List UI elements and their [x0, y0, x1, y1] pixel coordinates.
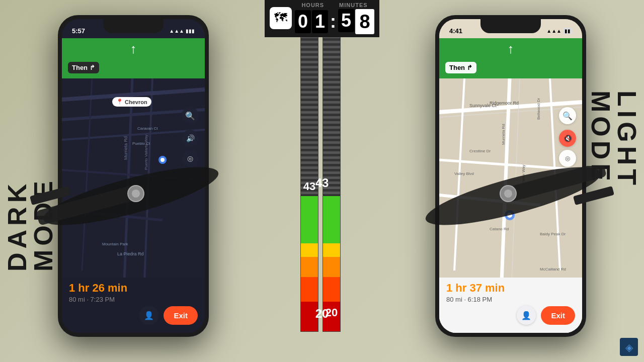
- then-arrow-right: ↱: [467, 64, 472, 71]
- dark-map: Murrieta Rd Puerto Vallarta Way Caravan …: [62, 19, 205, 333]
- location-pin-left: 📍 Chevron: [112, 97, 151, 107]
- meter-empty-right: [323, 31, 340, 196]
- details-left: 80 mi · 7:23 PM: [69, 296, 198, 303]
- hours-label: HOURS: [301, 2, 324, 8]
- location-btn-left[interactable]: ◎: [182, 150, 199, 167]
- svg-text:McCailland Rd: McCailland Rd: [540, 267, 566, 272]
- nav-bottom-left: 1 hr 26 min 80 mi · 7:23 PM 👤 Exit: [62, 278, 205, 333]
- search-btn-left[interactable]: 🔍: [182, 107, 199, 124]
- eta-left: 1 hr 26 min: [69, 282, 198, 295]
- svg-text:Crestline Dr: Crestline Dr: [469, 149, 491, 153]
- hours-group: 0 1: [295, 10, 328, 33]
- maps-icon: 🗺: [270, 7, 292, 29]
- svg-text:Catano Rd: Catano Rd: [490, 227, 509, 231]
- light-map: Sunnyvale Ct Ridgemoor Rd Murrieta Rd Be…: [439, 19, 582, 333]
- svg-text:Ridgemoor Rd: Ridgemoor Rd: [490, 101, 519, 106]
- minutes-group: 5 8: [338, 9, 374, 34]
- timer-digits: 0 1 : 5 8: [295, 9, 374, 34]
- eta-right: 1 hr 37 min: [446, 282, 575, 295]
- min-digit-2: 8: [355, 9, 374, 34]
- then-arrow-left: ↱: [90, 64, 95, 71]
- status-icons-left: ▲▲▲ ▮▮▮: [169, 28, 195, 34]
- sound-btn-left[interactable]: 🔊: [182, 130, 199, 147]
- svg-text:Murrieta Rd: Murrieta Rd: [501, 124, 506, 145]
- nav-header-left: ↑ Then ↱: [62, 38, 205, 78]
- exit-btn-right[interactable]: Exit: [541, 306, 575, 325]
- svg-text:Valley Blvd: Valley Blvd: [454, 171, 474, 176]
- meter-fill-left: [301, 196, 318, 331]
- nav-arrow-right: ↑: [508, 42, 514, 55]
- hour-digit-2: 1: [312, 10, 328, 33]
- exit-btn-left[interactable]: Exit: [164, 306, 198, 325]
- svg-text:Caravan Ct: Caravan Ct: [137, 126, 158, 131]
- status-time-left: 5:57: [72, 27, 85, 35]
- battery-icon-left: ▮▮▮: [186, 28, 195, 34]
- svg-text:🗺: 🗺: [274, 10, 287, 25]
- meter-bar-left: 43: [300, 30, 318, 332]
- search-btn-right[interactable]: 🔍: [559, 107, 576, 124]
- battery-icon-right: ▮▮: [563, 28, 572, 34]
- timer-colon: :: [329, 10, 337, 33]
- svg-text:Mountain Park: Mountain Park: [102, 242, 129, 246]
- svg-point-18: [160, 158, 165, 162]
- pin-icon-left: 📍: [116, 99, 123, 105]
- sound-btn-right[interactable]: 🔇: [559, 130, 576, 147]
- wifi-icon-right: ▲▲▲: [546, 28, 561, 34]
- nav-header-right: ↑ Then ↱: [439, 38, 582, 78]
- nav-controls-right: 👤 Exit: [517, 306, 575, 325]
- nav-controls-left: 👤 Exit: [139, 306, 198, 325]
- status-icons-right: ▲▲▲ ▮▮: [546, 28, 572, 34]
- phone-right: Sunnyvale Ct Ridgemoor Rd Murrieta Rd Be…: [435, 15, 586, 337]
- nav-bottom-right: 1 hr 37 min 80 mi · 6:18 PM 👤 Exit: [439, 278, 582, 333]
- person-btn-right[interactable]: 👤: [517, 306, 536, 325]
- meter-bar-right: 20: [323, 30, 341, 332]
- timer-container: 🗺 HOURS MINUTES 0 1 : 5 8: [265, 0, 379, 37]
- then-label-right: Then: [449, 64, 465, 71]
- notch-left: [103, 19, 164, 33]
- meter-number-top: 43: [301, 180, 318, 193]
- details-right: 80 mi · 6:18 PM: [446, 296, 575, 303]
- dark-mode-label: DARK MODE: [4, 90, 56, 272]
- svg-text:◈: ◈: [625, 342, 633, 353]
- svg-text:Puerto Vallarta Way: Puerto Vallarta Way: [144, 135, 148, 170]
- status-time-right: 4:41: [449, 27, 462, 35]
- corner-logo: ◈: [620, 338, 638, 356]
- phone-left: Murrieta Rd Puerto Vallarta Way Caravan …: [58, 15, 209, 337]
- svg-point-42: [507, 213, 512, 218]
- svg-text:Murrieta Rd: Murrieta Rd: [123, 136, 128, 160]
- meter-empty-left: [301, 31, 318, 196]
- phone-right-screen: Sunnyvale Ct Ridgemoor Rd Murrieta Rd Be…: [439, 19, 582, 333]
- wifi-icon-left: ▲▲▲: [169, 28, 184, 34]
- svg-text:Pueblo Ct: Pueblo Ct: [132, 141, 150, 146]
- meter-wrapper: 43 20: [300, 30, 344, 332]
- minutes-label: MINUTES: [339, 2, 368, 8]
- nav-arrow-left: ↑: [130, 42, 137, 55]
- notch-right: [480, 19, 541, 33]
- phone-left-screen: Murrieta Rd Puerto Vallarta Way Caravan …: [62, 19, 205, 333]
- svg-text:La Piedra Rd: La Piedra Rd: [117, 251, 144, 256]
- then-badge-right: Then ↱: [445, 62, 476, 73]
- min-digit-1: 5: [338, 9, 354, 32]
- timer-display: HOURS MINUTES 0 1 : 5 8: [295, 2, 374, 34]
- svg-text:Mt Bachelor Way: Mt Bachelor Way: [521, 164, 526, 195]
- pin-label-left: Chevron: [125, 99, 147, 105]
- hour-digit-1: 0: [295, 10, 311, 33]
- svg-text:Baldy Peak Dr: Baldy Peak Dr: [540, 232, 566, 236]
- location-btn-right[interactable]: ◎: [559, 150, 576, 167]
- light-mode-label: LIGHT MODE: [588, 90, 640, 272]
- then-label-left: Then: [72, 64, 88, 71]
- timer-labels: HOURS MINUTES: [301, 2, 367, 8]
- meter-number-bottom: 20: [323, 306, 340, 319]
- person-btn-left[interactable]: 👤: [139, 306, 158, 325]
- svg-text:Bellwood Dr: Bellwood Dr: [536, 98, 541, 120]
- then-badge-left: Then ↱: [68, 62, 99, 73]
